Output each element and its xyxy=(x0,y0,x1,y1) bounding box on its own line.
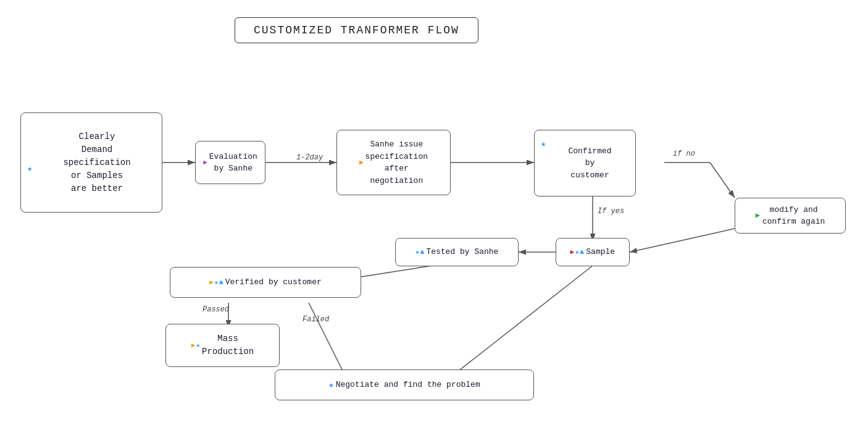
tri-green-icon: ▶ xyxy=(756,210,760,221)
sample-text: Sample xyxy=(586,246,615,258)
modify-text: modify and confirm again xyxy=(762,204,825,228)
modify-node: ▶ modify and confirm again xyxy=(735,198,846,234)
label-if-no: if no xyxy=(673,150,695,158)
sanhe-issue-node: ▶ Sanhe issue specification after negoti… xyxy=(336,130,451,195)
star-icon-tested1: ★ xyxy=(415,247,420,258)
verified-node: ▶ ★ ▲ Verified by customer xyxy=(170,267,361,298)
mass-production-node: ▶ ★ Mass Production xyxy=(165,324,280,367)
star-icon-demand: ★ xyxy=(27,162,32,175)
confirmed-text: Confirmed by customer xyxy=(568,145,611,182)
title-text: CUSTOMIZED TRANFORMER FLOW xyxy=(254,24,459,36)
label-passed: Passed xyxy=(202,305,229,314)
title-box: CUSTOMIZED TRANFORMER FLOW xyxy=(235,17,478,43)
sample-node: ▶ ★ ▲ Sample xyxy=(556,238,630,266)
negotiate-node: ★ Negotiate and find the problem xyxy=(275,369,534,400)
tri-purple-icon: ▶ xyxy=(203,158,207,168)
demand-text: Clearly Demand specification or Samples … xyxy=(63,130,130,195)
evaluation-text: Evaluation by Sanhe xyxy=(209,151,257,175)
arrow-up-sample: ▲ xyxy=(580,247,584,258)
star-icon-verified1: ★ xyxy=(214,277,219,288)
label-1-2day: 1-2day xyxy=(296,153,323,162)
star-icon-negotiate: ★ xyxy=(328,379,333,392)
svg-line-12 xyxy=(309,303,346,377)
arrow-up-tested: ▲ xyxy=(420,247,424,258)
mass-production-text: Mass Production xyxy=(202,332,254,358)
tri-red-icon: ▶ xyxy=(570,247,575,258)
svg-line-7 xyxy=(710,162,735,198)
star-icon-mass: ★ xyxy=(196,340,200,351)
label-failed: Failed xyxy=(303,315,329,324)
label-if-yes: If yes xyxy=(598,207,624,216)
tested-node: ★ ▲ Tested by Sanhe xyxy=(395,238,519,266)
tri-orange-icon: ▶ xyxy=(359,158,364,168)
svg-line-8 xyxy=(630,229,735,252)
star-icon-confirmed: ★ xyxy=(541,138,546,151)
demand-node: ★ Clearly Demand specification or Sample… xyxy=(20,112,162,213)
tested-text: Tested by Sanhe xyxy=(426,246,498,258)
negotiate-text: Negotiate and find the problem xyxy=(336,379,480,391)
tri-yellow-mass: ▶ xyxy=(191,340,196,351)
confirmed-node: ★ Confirmed by customer xyxy=(534,130,636,196)
arrow-up-verified: ▲ xyxy=(219,277,223,288)
tri-yellow-icon: ▶ xyxy=(209,277,214,288)
evaluation-node: ▶ Evaluation by Sanhe xyxy=(195,141,265,184)
flowchart: CUSTOMIZED TRANFORMER FLOW ★ Clearly Dem… xyxy=(0,0,868,422)
star-icon-sample1: ★ xyxy=(575,247,579,258)
verified-text: Verified by customer xyxy=(225,276,322,289)
sanhe-issue-text: Sanhe issue specification after negotiat… xyxy=(365,138,428,187)
svg-line-13 xyxy=(444,266,593,382)
